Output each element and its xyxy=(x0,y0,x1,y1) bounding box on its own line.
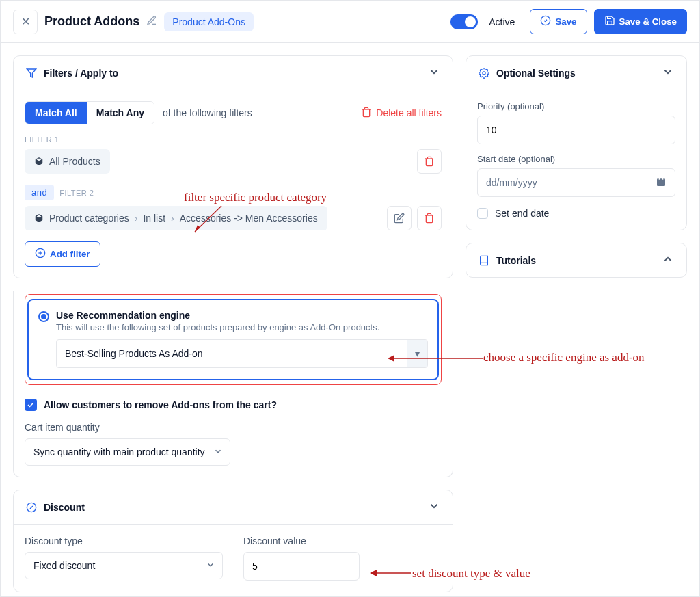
filter-icon xyxy=(26,68,37,79)
cart-qty-value: Sync quantity with main product quantity xyxy=(33,447,205,457)
filters-card: Filters / Apply to Match All Match Any o… xyxy=(13,55,453,278)
discount-value-input[interactable] xyxy=(243,552,360,581)
add-filter-label: Add filter xyxy=(50,249,90,259)
add-filter-button[interactable]: Add filter xyxy=(25,241,100,267)
match-any-tab[interactable]: Match Any xyxy=(87,102,154,124)
optional-settings-header[interactable]: Optional Settings xyxy=(466,56,686,90)
engine-select-value: Best-Selling Products As Add-on xyxy=(57,341,407,366)
start-date-input[interactable]: dd/mm/yyyy xyxy=(477,168,675,197)
delete-all-filters[interactable]: Delete all filters xyxy=(361,107,442,120)
save-label: Save xyxy=(555,16,576,27)
cart-qty-select[interactable]: Sync quantity with main product quantity xyxy=(25,438,230,466)
filter-2-label: FILTER 2 xyxy=(59,189,94,197)
match-mode-segmented: Match All Match Any xyxy=(25,101,154,124)
filter-1-chip-label: All Products xyxy=(49,156,100,167)
chevron-down-icon: ▾ xyxy=(407,340,427,367)
discount-value-label: Discount value xyxy=(243,535,360,546)
tutorials-card: Tutorials xyxy=(466,243,687,278)
chevron-down-icon xyxy=(428,500,440,514)
filters-title: Filters / Apply to xyxy=(44,68,118,79)
type-badge: Product Add-Ons xyxy=(164,12,254,31)
discount-type-value: Fixed discount xyxy=(33,560,198,571)
categories-icon xyxy=(34,213,44,223)
chevron-down-icon xyxy=(662,66,674,80)
end-date-label: Set end date xyxy=(495,208,549,219)
and-connector: and xyxy=(25,185,54,200)
chevron-down-icon xyxy=(206,560,215,572)
engine-select[interactable]: Best-Selling Products As Add-on ▾ xyxy=(56,339,428,368)
chevron-down-icon xyxy=(428,66,440,80)
discount-type-select[interactable]: Fixed discount xyxy=(25,552,223,579)
checkbox-checked-icon[interactable] xyxy=(25,399,37,411)
start-date-placeholder: dd/mm/yyyy xyxy=(486,177,650,188)
save-button[interactable]: Save xyxy=(530,9,587,34)
book-icon xyxy=(479,255,489,266)
active-toggle[interactable] xyxy=(450,14,478,29)
filters-header[interactable]: Filters / Apply to xyxy=(14,56,453,90)
trash-icon xyxy=(361,107,372,120)
active-label: Active xyxy=(489,16,515,27)
engine-desc: This will use the following set of produ… xyxy=(56,322,379,332)
filter-1-delete[interactable] xyxy=(417,149,442,174)
optional-settings-card: Optional Settings Priority (optional) St… xyxy=(466,55,687,230)
check-circle-icon xyxy=(540,15,551,28)
filter-2-chip[interactable]: Product categories › In list › Accessori… xyxy=(25,206,327,230)
page-title: Product Addons xyxy=(44,14,139,29)
calendar-icon xyxy=(656,176,667,189)
discount-header[interactable]: Discount xyxy=(14,490,453,525)
engine-option[interactable]: Use Recommendation engine This will use … xyxy=(27,299,439,380)
tutorials-header[interactable]: Tutorials xyxy=(466,243,686,277)
filter-2-edit[interactable] xyxy=(387,206,412,230)
chevron-right-icon: › xyxy=(135,213,138,224)
filter-2-part-2: In list xyxy=(143,213,165,224)
close-button[interactable]: ✕ xyxy=(13,10,38,34)
addon-config-card: Use Recommendation engine This will use … xyxy=(13,291,453,477)
save-close-label: Save & Close xyxy=(619,16,677,27)
chevron-right-icon: › xyxy=(171,213,174,224)
match-all-tab[interactable]: Match All xyxy=(25,102,87,124)
filter-1-chip[interactable]: All Products xyxy=(25,149,110,174)
edit-title-icon[interactable] xyxy=(146,15,157,28)
cart-qty-label: Cart item quantity xyxy=(25,422,442,433)
chevron-up-icon xyxy=(662,253,674,267)
priority-input[interactable] xyxy=(477,116,675,144)
engine-highlight-box: Use Recommendation engine This will use … xyxy=(25,294,442,385)
save-icon xyxy=(604,15,615,28)
filter-2-part-1: Product categories xyxy=(49,213,129,224)
filter-2-part-3: Accessories -> Men Accessories xyxy=(180,213,318,224)
discount-type-label: Discount type xyxy=(25,535,223,546)
tutorials-title: Tutorials xyxy=(496,255,536,266)
optional-settings-title: Optional Settings xyxy=(496,68,576,79)
gear-icon xyxy=(479,68,489,79)
svg-marker-1 xyxy=(27,69,36,77)
plus-circle-icon xyxy=(35,248,46,261)
filter-2-delete[interactable] xyxy=(417,206,442,230)
delete-all-label: Delete all filters xyxy=(376,107,442,118)
products-icon xyxy=(34,157,44,166)
priority-label: Priority (optional) xyxy=(477,101,675,111)
discount-title: Discount xyxy=(44,502,85,513)
discount-card: Discount Discount type Fixed discount xyxy=(13,490,453,592)
engine-title: Use Recommendation engine xyxy=(56,310,379,321)
close-icon: ✕ xyxy=(21,15,30,28)
match-following-text: of the following filters xyxy=(163,107,252,118)
chevron-down-icon xyxy=(213,447,223,458)
radio-selected-icon[interactable] xyxy=(38,311,49,322)
discount-icon xyxy=(26,502,37,513)
start-date-label: Start date (optional) xyxy=(477,154,675,164)
svg-point-6 xyxy=(483,72,485,75)
topbar: ✕ Product Addons Product Add-Ons Active … xyxy=(1,1,699,43)
checkbox-unchecked-icon[interactable] xyxy=(477,208,488,219)
save-close-button[interactable]: Save & Close xyxy=(594,9,687,34)
allow-remove-row[interactable]: Allow customers to remove Add-ons from t… xyxy=(25,399,442,411)
allow-remove-label: Allow customers to remove Add-ons from t… xyxy=(44,399,277,410)
filter-1-label: FILTER 1 xyxy=(25,135,442,144)
